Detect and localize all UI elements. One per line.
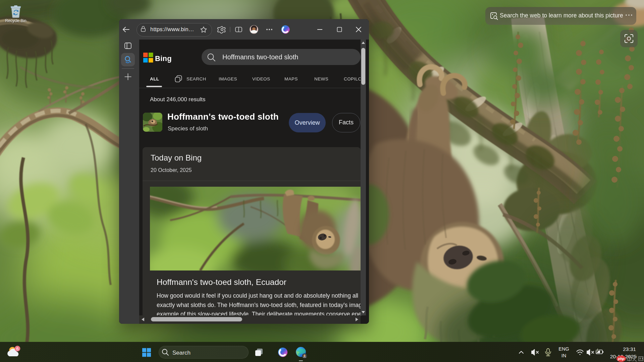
svg-text:6: 6 xyxy=(16,346,18,351)
svg-text:ENG: ENG xyxy=(558,346,569,352)
svg-text:Search: Search xyxy=(172,350,191,356)
svg-text:php: php xyxy=(618,357,625,361)
svg-text:IN: IN xyxy=(561,353,567,358)
svg-text:23:31: 23:31 xyxy=(623,346,636,352)
